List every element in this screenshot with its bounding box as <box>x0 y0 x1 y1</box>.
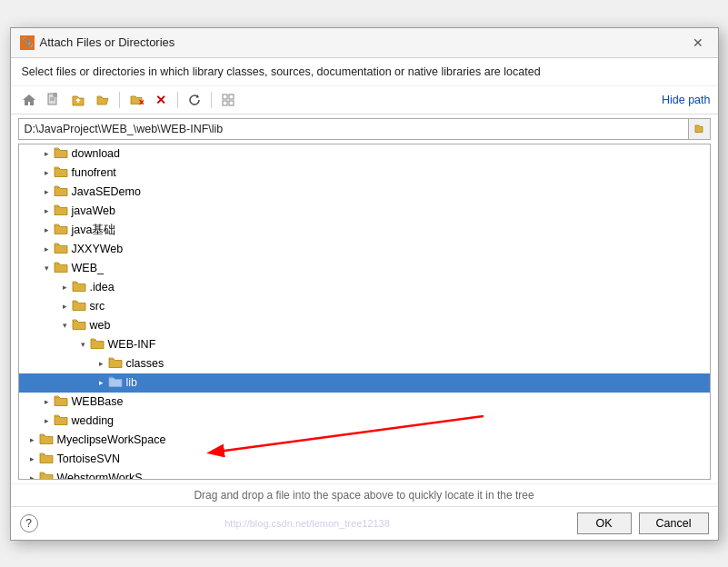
drag-drop-hint: Drag and drop a file into the space abov… <box>11 483 718 506</box>
title-bar: 📎 Attach Files or Directories ✕ <box>11 28 718 58</box>
tree-item-label: web <box>90 319 111 332</box>
folder-open-button[interactable] <box>92 90 114 110</box>
folder-icon <box>72 299 86 314</box>
tree-chevron-icon[interactable]: ▸ <box>41 206 54 215</box>
ok-button[interactable]: OK <box>577 512 632 534</box>
folder-icon <box>54 242 68 257</box>
tree-chevron-icon[interactable]: ▾ <box>77 340 90 349</box>
tree-chevron-icon[interactable]: ▾ <box>41 264 54 273</box>
refresh-button[interactable] <box>184 90 205 110</box>
close-button[interactable]: ✕ <box>687 34 709 52</box>
tree-item[interactable]: ▸WEBBase <box>19 393 710 412</box>
tree-item[interactable]: ▸download <box>19 144 710 164</box>
tree-chevron-icon[interactable]: ▸ <box>41 416 54 425</box>
folder-icon <box>54 413 68 429</box>
tree-chevron-icon[interactable]: ▸ <box>95 378 108 387</box>
tree-item[interactable]: ▸WebstormWorkS... <box>19 469 710 480</box>
tree-item[interactable]: ▸.idea <box>19 278 710 297</box>
tree-item-label: src <box>90 300 105 313</box>
svg-rect-5 <box>223 94 227 99</box>
tree-item[interactable]: ▸src <box>19 297 710 316</box>
folder-icon <box>54 204 68 219</box>
tree-chevron-icon[interactable]: ▸ <box>41 225 54 234</box>
help-button[interactable]: ? <box>20 514 38 532</box>
footer: ? http://blog.csdn.net/lemon_tree12138 O… <box>11 506 718 540</box>
tree-item-label: WEB_ <box>72 262 104 274</box>
svg-rect-8 <box>229 101 234 105</box>
tree-chevron-icon[interactable]: ▸ <box>26 454 39 463</box>
folder-icon <box>54 146 68 162</box>
tree-item[interactable]: ▸JavaSEDemo <box>19 183 710 202</box>
tree-item-label: JXXYWeb <box>72 243 124 255</box>
hide-path-link[interactable]: Hide path <box>662 94 711 106</box>
path-browse-button[interactable] <box>688 119 710 139</box>
tree-chevron-icon[interactable]: ▸ <box>26 435 39 444</box>
tree-item[interactable]: ▾WEB-INF <box>19 335 710 354</box>
toolbar-separator-2 <box>177 92 178 108</box>
folder-icon <box>90 337 105 353</box>
folder-icon <box>72 280 86 295</box>
tree-item[interactable]: ▸java基础 <box>19 221 710 240</box>
dialog-title: Attach Files or Directories <box>40 35 175 49</box>
folder-icon <box>54 261 68 276</box>
cancel-button[interactable]: Cancel <box>639 512 709 534</box>
tree-chevron-icon[interactable]: ▾ <box>59 321 72 330</box>
tree-item[interactable]: ▸JXXYWeb <box>19 240 710 259</box>
tree-chevron-icon[interactable]: ▸ <box>41 187 54 196</box>
tree-chevron-icon[interactable]: ▸ <box>59 283 72 292</box>
tree-chevron-icon[interactable]: ▸ <box>59 302 72 311</box>
path-input[interactable] <box>19 120 688 138</box>
tree-item-label: .idea <box>90 281 115 293</box>
folder-icon <box>72 318 86 333</box>
tree-item-label: JavaSEDemo <box>72 185 141 198</box>
path-bar <box>18 118 711 140</box>
folder-icon <box>39 452 54 467</box>
tree-item[interactable]: ▾WEB_ <box>19 259 710 278</box>
new-file-button[interactable] <box>43 90 65 110</box>
folder-icon <box>39 433 54 448</box>
tree-item-label: classes <box>126 357 165 370</box>
svg-text:✕: ✕ <box>138 98 144 107</box>
dialog-icon: 📎 <box>20 35 35 50</box>
tree-chevron-icon[interactable]: ▸ <box>41 397 54 406</box>
folder-icon <box>54 184 68 200</box>
home-button[interactable] <box>18 90 40 110</box>
attach-files-dialog: 📎 Attach Files or Directories ✕ Select f… <box>10 27 719 541</box>
watermark: http://blog.csdn.net/lemon_tree12138 <box>224 518 390 529</box>
tree-item-label: WebstormWorkS... <box>57 472 152 480</box>
tree-item-label: WEBBase <box>72 395 124 408</box>
tree-item-label: TortoiseSVN <box>57 453 120 465</box>
tree-item[interactable]: ▸lib <box>19 373 710 393</box>
folder-icon <box>54 394 68 410</box>
tree-item[interactable]: ▸classes <box>19 354 710 373</box>
tree-item-label: wedding <box>72 414 115 427</box>
tree-item[interactable]: ▸MyeclipseWorkSpace <box>19 431 710 450</box>
tree-item-label: javaWeb <box>72 204 115 217</box>
tree-item[interactable]: ▸TortoiseSVN <box>19 450 710 469</box>
tree-item[interactable]: ▸funofrent <box>19 164 710 183</box>
grid-button[interactable] <box>217 90 239 110</box>
file-tree[interactable]: ▸download▸funofrent▸JavaSEDemo▸javaWeb▸j… <box>18 144 711 480</box>
delete-button[interactable]: ✕ <box>150 90 172 110</box>
tree-chevron-icon[interactable]: ▸ <box>41 168 54 177</box>
tree-item-label: java基础 <box>72 223 116 238</box>
svg-rect-1 <box>54 94 56 96</box>
folder-icon <box>108 356 123 372</box>
tree-chevron-icon[interactable]: ▸ <box>41 244 54 254</box>
tree-item-label: funofrent <box>72 166 116 179</box>
description-text: Select files or directories in which lib… <box>11 58 718 86</box>
tree-item[interactable]: ▾web <box>19 316 710 335</box>
tree-chevron-icon[interactable]: ▸ <box>41 149 54 158</box>
tree-item-label: lib <box>126 376 138 389</box>
folder-icon <box>54 223 68 238</box>
tree-chevron-icon[interactable]: ▸ <box>26 473 39 480</box>
tree-item[interactable]: ▸javaWeb <box>19 202 710 221</box>
tree-chevron-icon[interactable]: ▸ <box>95 359 108 368</box>
svg-rect-7 <box>223 101 227 105</box>
new-folder-button[interactable]: ✕ <box>125 90 147 110</box>
folder-icon <box>39 471 54 480</box>
folder-up-button[interactable] <box>67 90 89 110</box>
tree-item[interactable]: ▸wedding <box>19 412 710 431</box>
svg-rect-6 <box>229 94 234 99</box>
tree-item-label: WEB-INF <box>108 338 156 351</box>
